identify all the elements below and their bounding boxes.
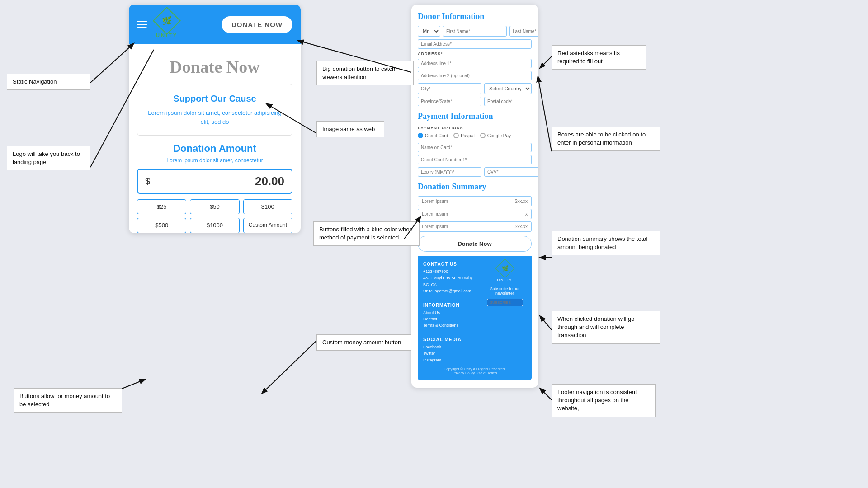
footer-terms: Terms & Conditions [423,322,480,328]
city-input[interactable] [418,83,481,94]
expiry-cvv-row [418,167,532,177]
donation-amount-title: Donation Amount [137,143,292,155]
footer-email: UniteTogether@gmail.com [423,288,480,294]
hamburger-menu-icon[interactable] [137,21,147,28]
footer-instagram: Instagram [423,357,480,363]
svg-line-9 [262,341,316,393]
card-number-input[interactable] [418,155,532,164]
footer-copyright: Copyright © Unity All Rights Reserved. P… [423,367,526,375]
donate-now-submit-button[interactable]: Donate Now [418,236,532,252]
amount-50-button[interactable]: $50 [190,199,239,214]
mobile-nav-bar: 🌿 UNITY DONATE NOW [129,5,301,44]
credit-card-option[interactable]: Credit Card [418,133,448,138]
annotation-logo-back: Logo will take you back to landing page [7,146,90,170]
province-postal-row [418,97,532,106]
amount-input-box[interactable]: $ 20.00 [137,169,292,194]
donor-info-title: Donor Information [418,12,532,21]
footer-contact-title: CONTACT US [423,262,480,267]
footer-logo-diamond: 🌿 [495,259,514,278]
footer-section: CONTACT US +1234567890 4371 Mayberry St.… [418,256,532,380]
svg-line-10 [540,316,552,330]
address-label: ADDRESS* [418,52,532,56]
annotation-payment-filled: Buttons filled with a blue color when me… [313,221,420,246]
annotation-boxes-clickable: Boxes are able to be clicked on to enter… [552,127,660,151]
footer-contact-link: Contact [423,316,480,322]
annotation-image-same: Image same as web [316,121,384,137]
email-input[interactable] [418,39,532,49]
paypal-label: Paypal [461,133,475,138]
province-input[interactable] [418,97,481,106]
amount-value: 20.00 [255,174,284,188]
amount-buttons-row2: $500 $1000 Custom Amount [137,218,292,233]
amount-25-button[interactable]: $25 [137,199,186,214]
footer-logo-text: UNITY [483,278,526,282]
credit-card-label: Credit Card [425,133,448,138]
annotation-footer-nav: Footer navigation is consistent througho… [552,384,656,417]
custom-amount-button[interactable]: Custom Amount [243,218,292,233]
paypal-radio[interactable] [453,133,459,138]
footer-social-title: SOCIAL MEDIA [423,337,480,342]
summary-row3-label: Lorem ipsum [422,224,448,229]
name-row: Mr. ▾ [418,26,532,37]
svg-line-8 [122,380,145,389]
google-pay-radio[interactable] [480,133,486,138]
google-pay-option[interactable]: Google Pay [480,133,511,138]
dollar-sign: $ [145,176,150,187]
address1-input[interactable] [418,59,532,68]
mr-select[interactable]: Mr. ▾ [418,26,440,37]
address2-input[interactable] [418,71,532,80]
logo-area[interactable]: 🌿 UNITY [156,11,178,38]
payment-options-label: PAYMENT OPTIONS [418,126,532,130]
expiry-input[interactable] [418,167,481,177]
logo-diamond-icon: 🌿 [153,7,181,35]
annotation-big-donate: Big donation button to catch viewers att… [316,61,414,85]
summary-row1-value: $xx.xx [515,199,528,204]
amount-500-button[interactable]: $500 [137,218,186,233]
footer-subscribe-input[interactable] [487,299,523,306]
support-card: Support Our Cause Lorem ipsum dolor sit … [137,84,292,136]
summary-row-1: Lorem ipsum $xx.xx [418,196,532,206]
annotation-buttons-money: Buttons allow for money amount to be sel… [14,388,122,413]
summary-row1-label: Lorem ipsum [422,199,448,204]
support-text: Lorem ipsum dolor sit amet, consectetur … [146,108,283,126]
footer-subscribe-label: Subscribe to our newsletter [483,286,526,296]
payment-options-row: Credit Card Paypal Google Pay [418,133,532,138]
svg-line-11 [540,389,552,400]
annotation-red-asterisks: Red asterisks means its required to fill… [552,45,646,70]
country-select[interactable]: Select Country ▾ [484,83,532,94]
footer-logo-leaf-icon: 🌿 [501,265,508,272]
google-pay-label: Google Pay [487,133,511,138]
svg-line-5 [538,77,552,151]
last-name-input[interactable] [509,26,538,37]
donation-amount-subtitle: Lorem ipsum dolor sit amet, consectetur [137,157,292,164]
footer-phone: +1234567890 [423,268,480,275]
annotation-donation-summary: Donation summary shows the total amount … [552,231,660,255]
donate-now-nav-button[interactable]: DONATE NOW [222,16,292,33]
footer-facebook: Facebook [423,344,480,350]
footer-address: 4371 Mayberry St. Burnaby, BC, CA [423,275,480,288]
logo-leaf-icon: 🌿 [162,16,172,26]
donation-summary-title: Donation Summary [418,182,532,192]
postal-input[interactable] [484,97,538,106]
credit-card-radio[interactable] [418,133,423,138]
amount-100-button[interactable]: $100 [243,199,292,214]
name-on-card-input[interactable] [418,143,532,152]
footer-info-title: INFORMATION [423,303,480,308]
summary-row2-value: x [525,211,528,216]
cvv-input[interactable] [484,167,538,177]
summary-row-3: Lorem ipsum $xx.xx [418,221,532,232]
footer-about: About Us [423,310,480,316]
donation-amount-section: Donation Amount Lorem ipsum dolor sit am… [137,143,292,233]
amount-1000-button[interactable]: $1000 [190,218,239,233]
summary-row3-value: $xx.xx [515,224,528,229]
annotation-static-nav: Static Navigation [7,74,90,90]
footer-twitter: Twitter [423,350,480,357]
summary-row2-label: Lorem ipsum [422,211,448,216]
mobile-mockup-right: Donor Information Mr. ▾ ADDRESS* Select … [411,5,538,388]
svg-line-0 [90,44,133,83]
annotation-donate-complete: When clicked donation will go through an… [552,311,660,344]
amount-buttons-row1: $25 $50 $100 [137,199,292,214]
first-name-input[interactable] [443,26,507,37]
support-title: Support Our Cause [146,94,283,104]
paypal-option[interactable]: Paypal [453,133,475,138]
